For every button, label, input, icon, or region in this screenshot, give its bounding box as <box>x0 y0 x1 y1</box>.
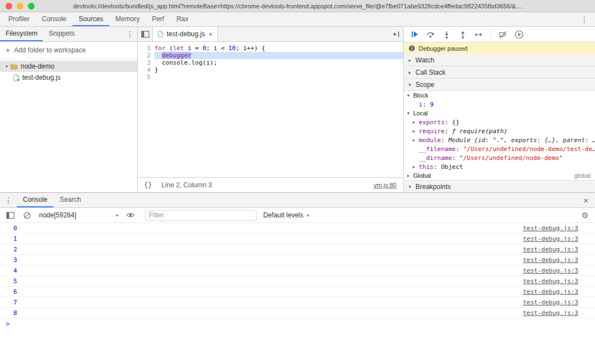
toggle-debugger-sidebar-icon[interactable] <box>389 27 403 41</box>
tree-item-test-debug-js[interactable]: test-debug.js <box>0 72 137 83</box>
collapse-arrow-icon[interactable]: ▸ <box>413 164 419 169</box>
line-number-gutter[interactable]: 2 <box>138 52 154 59</box>
scope-section-header[interactable]: ▾ Scope <box>404 79 595 91</box>
collapse-arrow-icon[interactable]: ▸ <box>407 173 413 178</box>
panel-tabs: Profiler Console Sources Memory Perf Rax <box>0 12 195 26</box>
scope-value: , exports: {…}, parent: … <box>504 137 595 144</box>
call-stack-section-header[interactable]: ▸ Call Stack <box>404 66 595 79</box>
tab-filesystem[interactable]: Filesystem <box>0 27 43 41</box>
resume-button[interactable] <box>407 28 422 41</box>
expand-arrow-icon[interactable]: ▾ <box>407 110 413 116</box>
scope-value: 9 <box>430 101 434 108</box>
tree-item-label: test-debug.js <box>22 74 61 81</box>
expand-arrow-icon[interactable]: ▾ <box>407 184 413 190</box>
line-number-gutter[interactable]: 4 <box>138 66 154 74</box>
tree-item-node-demo[interactable]: ▾ node-demo <box>0 61 137 72</box>
tab-console[interactable]: Console <box>36 12 72 26</box>
navigator-menu-kebab-icon[interactable]: ⋮ <box>123 27 137 41</box>
close-tab-icon[interactable]: × <box>209 31 213 38</box>
source-location-link[interactable]: test-debug.js:3 <box>523 246 578 253</box>
log-levels-dropdown[interactable]: Default levels ▾ <box>263 211 309 219</box>
scope-variable-require[interactable]: ▸require: ƒ require(path) <box>404 127 595 135</box>
tab-profiler[interactable]: Profiler <box>2 12 36 26</box>
source-location-link[interactable]: test-debug.js:3 <box>523 235 578 242</box>
toggle-console-sidebar-icon[interactable] <box>3 209 17 221</box>
collapse-arrow-icon[interactable]: ▸ <box>407 57 413 63</box>
step-into-button[interactable] <box>439 28 454 41</box>
line-number-gutter[interactable]: 5 <box>138 74 154 81</box>
info-icon <box>408 45 415 52</box>
colon: : <box>444 128 452 135</box>
main-menu-kebab-icon[interactable]: ⋮ <box>577 16 592 23</box>
tab-snippets[interactable]: Snippets <box>43 27 80 41</box>
console-message-row: 5test-debug.js:3 <box>0 276 595 287</box>
source-location-link[interactable]: test-debug.js:3 <box>523 267 578 274</box>
drawer-tab-console[interactable]: Console <box>17 193 54 207</box>
toggle-navigator-sidebar-icon[interactable] <box>138 27 152 41</box>
collapse-arrow-icon[interactable]: ▸ <box>413 128 419 134</box>
scope-variable-__filename[interactable]: __filename: "/Users/undefined/node-demo/… <box>404 144 595 153</box>
zoom-window-button[interactable] <box>28 3 35 9</box>
expand-arrow-icon[interactable]: ▾ <box>3 64 10 69</box>
source-location-link[interactable]: test-debug.js:3 <box>523 256 578 264</box>
line-number-gutter[interactable]: 3 <box>138 59 154 66</box>
colon: : <box>434 163 441 171</box>
code-editor[interactable]: 1for (let i = 0; i < 10; i++) {2 debugge… <box>138 42 403 177</box>
logged-value: 7 <box>13 299 17 306</box>
tab-rax[interactable]: Rax <box>170 12 194 26</box>
code-line-2[interactable]: 2 debugger <box>138 52 403 59</box>
source-location-link[interactable]: test-debug.js:3 <box>523 299 578 306</box>
scope-variable-i[interactable]: i: 9 <box>404 100 595 109</box>
console-message-row: 3test-debug.js:3 <box>0 255 595 265</box>
expand-arrow-icon[interactable]: ▾ <box>407 82 413 88</box>
step-out-button[interactable] <box>456 28 470 41</box>
drawer-menu-kebab-icon[interactable]: ⋮ <box>0 193 17 207</box>
add-folder-button[interactable]: + Add folder to workspace <box>0 42 137 59</box>
expand-arrow-icon[interactable]: ▾ <box>407 93 413 98</box>
pretty-print-button[interactable]: {} <box>141 180 154 190</box>
step-over-button[interactable] <box>423 28 438 41</box>
live-expression-eye-button[interactable] <box>124 209 137 221</box>
collapse-arrow-icon[interactable]: ▸ <box>413 137 419 143</box>
close-window-button[interactable] <box>6 3 12 9</box>
scope-variable-this[interactable]: ▸this: Object <box>404 162 595 171</box>
drawer-tabbar: ⋮ Console Search × <box>0 193 595 208</box>
source-location-link[interactable]: test-debug.js:3 <box>523 278 578 285</box>
step-button[interactable] <box>472 28 486 41</box>
tab-sources[interactable]: Sources <box>72 12 109 26</box>
code-line-1[interactable]: 1for (let i = 0; i < 10; i++) { <box>138 45 403 52</box>
drawer-tab-search[interactable]: Search <box>54 193 87 207</box>
logged-value: 5 <box>13 278 17 285</box>
console-prompt[interactable]: > <box>0 318 595 329</box>
source-location-link[interactable]: test-debug.js:3 <box>523 288 578 295</box>
console-settings-gear-icon[interactable]: ⚙ <box>578 209 592 221</box>
scope-variable-__dirname[interactable]: __dirname: "/Users/undefined/node-demo" <box>404 153 595 162</box>
scope-right-label: global <box>574 172 595 179</box>
deactivate-breakpoints-button[interactable] <box>496 28 510 41</box>
source-location-link[interactable]: test-debug.js:3 <box>523 309 578 317</box>
scope-section-local[interactable]: ▾Local <box>404 109 595 118</box>
source-location-link[interactable]: test-debug.js:3 <box>523 225 578 232</box>
collapse-arrow-icon[interactable]: ▸ <box>407 70 413 75</box>
scope-section-global[interactable]: ▸Globalglobal <box>404 171 595 180</box>
tab-memory[interactable]: Memory <box>109 12 146 26</box>
scope-variable-module[interactable]: ▸module: Module {id: ".", exports: {…}, … <box>404 135 595 144</box>
collapse-arrow-icon[interactable]: ▸ <box>413 119 419 125</box>
clear-console-button[interactable] <box>20 209 33 221</box>
watch-section-header[interactable]: ▸ Watch <box>404 54 595 66</box>
source-mapped-link[interactable]: vm.js:80 <box>374 182 396 188</box>
breakpoints-section-header[interactable]: ▾ Breakpoints <box>404 180 595 192</box>
console-filter-input[interactable] <box>145 210 257 221</box>
scope-variable-exports[interactable]: ▸exports: {} <box>404 118 595 127</box>
scope-section-block[interactable]: ▾Block <box>404 91 595 100</box>
editor-tab-test-debug-js[interactable]: test-debug.js × <box>152 27 218 41</box>
pause-on-exceptions-button[interactable] <box>512 28 526 41</box>
minimize-window-button[interactable] <box>17 3 23 9</box>
code-line-3[interactable]: 3 console.log(i); <box>138 59 403 66</box>
code-line-5[interactable]: 5 <box>138 74 403 81</box>
line-number-gutter[interactable]: 1 <box>138 45 154 52</box>
tab-perf[interactable]: Perf <box>146 12 170 26</box>
close-drawer-icon[interactable]: × <box>577 193 595 207</box>
execution-context-selector[interactable]: node[59284] ▾ <box>37 211 120 219</box>
code-line-4[interactable]: 4} <box>138 66 403 74</box>
